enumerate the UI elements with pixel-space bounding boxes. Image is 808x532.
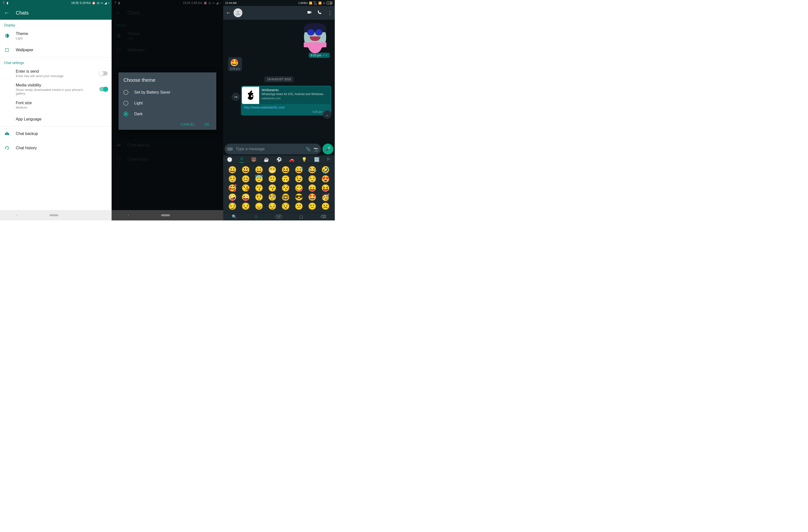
emoji-item[interactable]: 😗 <box>255 184 263 192</box>
emoji-item[interactable]: 😏 <box>228 202 237 210</box>
forward-icon[interactable]: ↪ <box>232 93 240 101</box>
system-nav-bar: ‹ <box>0 210 112 220</box>
radio-dark[interactable]: Dark <box>124 109 212 120</box>
emoji-item[interactable]: 😊 <box>241 175 250 183</box>
emoji-item[interactable]: 😃 <box>241 166 250 174</box>
emoji-item[interactable]: 🙃 <box>281 175 290 183</box>
emoji-item[interactable]: 😕 <box>295 202 303 210</box>
emoji-item[interactable]: 🥰 <box>228 184 237 192</box>
link-preview[interactable]: WABetaInfo WhatsApp news for iOS, Androi… <box>242 87 330 104</box>
cancel-button[interactable]: CANCEL <box>181 123 195 126</box>
app-language-row[interactable]: App Language <box>0 112 112 126</box>
emoji-item[interactable]: 😟 <box>281 202 290 210</box>
food-tab-icon[interactable]: ☕ <box>263 157 269 162</box>
emoji-mode-icon[interactable]: ☺ <box>254 214 258 219</box>
keyboard-icon[interactable]: ⌨ <box>227 147 233 151</box>
recent-tab-icon[interactable]: 🕐 <box>227 157 232 162</box>
emoji-item[interactable]: 😌 <box>308 175 316 183</box>
incoming-message[interactable]: 🤩 6:09 pm <box>228 57 242 71</box>
emoji-item[interactable]: 😇 <box>255 175 263 183</box>
attach-icon[interactable]: 📎 <box>306 147 311 151</box>
nav-home-pill[interactable] <box>50 214 58 216</box>
emoji-item[interactable]: 😞 <box>255 202 263 210</box>
emoji-item[interactable]: 😉 <box>295 175 303 183</box>
radio-icon <box>124 90 128 95</box>
chat-app-bar: ← ⋮ <box>223 6 335 20</box>
emoji-item[interactable]: 😁 <box>268 166 277 174</box>
travel-tab-icon[interactable]: 🚗 <box>289 157 294 162</box>
link-url[interactable]: http://www.wabetainfo.com <box>242 104 330 110</box>
emoji-item[interactable]: 😒 <box>241 202 250 210</box>
ok-button[interactable]: OK <box>204 123 209 126</box>
emoji-item[interactable]: 🤪 <box>228 193 237 201</box>
font-size-row[interactable]: Font size Medium <box>0 98 112 112</box>
emoji-item[interactable]: 🧐 <box>268 193 277 201</box>
smileys-tab-icon[interactable]: ☺ <box>239 156 244 163</box>
nav-back-icon[interactable]: ‹ <box>16 213 17 218</box>
emoji-item[interactable]: 😄 <box>255 166 263 174</box>
nav-home-pill[interactable] <box>161 214 170 216</box>
emoji-item[interactable]: 😜 <box>241 193 250 201</box>
emoji-item[interactable]: 😝 <box>321 184 330 192</box>
dialog-title: Choose theme <box>124 77 212 83</box>
backspace-icon[interactable]: ⌫ <box>320 214 326 219</box>
emoji-item[interactable]: 🙂 <box>268 175 277 183</box>
outgoing-sticker-message[interactable]: 6:03 pm✓✓ <box>300 22 330 58</box>
message-input[interactable]: ⌨ Type a message 📎 📷 <box>225 144 321 154</box>
enter-send-toggle[interactable] <box>99 71 108 76</box>
emoji-item[interactable]: 😂 <box>308 166 316 174</box>
chat-backup-row[interactable]: Chat backup <box>0 127 112 141</box>
emoji-item[interactable]: 😋 <box>295 184 303 192</box>
symbols-tab-icon[interactable]: 🔣 <box>314 157 319 162</box>
emoji-item[interactable]: 😀 <box>228 166 237 174</box>
animals-tab-icon[interactable]: 🐻 <box>251 157 256 162</box>
enter-send-row[interactable]: Enter is send Enter key will send your m… <box>0 66 112 80</box>
emoji-item[interactable]: 😙 <box>268 184 277 192</box>
emoji-item[interactable]: 😆 <box>281 166 290 174</box>
emoji-item[interactable]: 😔 <box>268 202 277 210</box>
nav-back-icon[interactable]: ‹ <box>128 213 129 218</box>
chat-history-title: Chat history <box>16 146 108 150</box>
emoji-item[interactable]: 😎 <box>295 193 303 201</box>
back-icon[interactable]: ← <box>226 10 231 16</box>
search-icon[interactable]: 🔍 <box>232 214 237 219</box>
emoji-item[interactable]: 😅 <box>295 166 303 174</box>
emoji-item[interactable]: ☺️ <box>228 175 237 183</box>
emoji-item[interactable]: 😚 <box>281 184 290 192</box>
activity-tab-icon[interactable]: ⚽ <box>276 157 282 162</box>
wallpaper-row[interactable]: Wallpaper <box>0 43 112 57</box>
contact-avatar[interactable] <box>234 8 242 17</box>
media-visibility-row[interactable]: Media visibility Show newly downloaded m… <box>0 80 112 98</box>
voice-record-button[interactable]: 🎤 <box>323 144 333 154</box>
battery-icon: 21▮ <box>326 1 333 4</box>
chat-history-row[interactable]: Chat history <box>0 141 112 155</box>
gif-mode-icon[interactable]: GIF <box>275 215 282 218</box>
emoji-item[interactable]: 🤨 <box>255 193 263 201</box>
voice-call-icon[interactable] <box>317 10 322 16</box>
more-icon[interactable]: ⋮ <box>327 10 332 16</box>
video-call-icon[interactable] <box>307 10 312 16</box>
history-icon <box>4 145 10 151</box>
emoji-item[interactable]: 😍 <box>321 175 330 183</box>
radio-light[interactable]: Light <box>124 98 212 109</box>
emoji-item[interactable]: 🤣 <box>321 166 330 174</box>
objects-tab-icon[interactable]: 💡 <box>301 157 307 162</box>
camera-icon[interactable]: 📷 <box>314 147 318 151</box>
sticker-mode-icon[interactable]: ▢ <box>299 214 303 219</box>
emoji-item[interactable]: 🤓 <box>281 193 290 201</box>
emoji-item[interactable]: 😛 <box>308 184 316 192</box>
back-icon[interactable] <box>4 10 10 16</box>
scroll-down-button[interactable]: ⌄ <box>323 110 331 119</box>
outgoing-link-message[interactable]: WABetaInfo WhatsApp news for iOS, Androi… <box>241 86 331 115</box>
emoji-item[interactable]: 🙁 <box>308 202 316 210</box>
emoji-item[interactable]: 🤩 <box>308 193 316 201</box>
flags-tab-icon[interactable]: 🏳 <box>327 157 331 162</box>
radio-battery-saver[interactable]: Set by Battery Saver <box>124 87 212 98</box>
emoji-item[interactable]: 😘 <box>241 184 250 192</box>
message-time: 6:03 pm✓✓ <box>309 53 330 58</box>
theme-row[interactable]: Theme Light <box>0 29 112 43</box>
emoji-item[interactable]: 🥳 <box>321 193 330 201</box>
media-vis-toggle[interactable] <box>99 87 108 91</box>
chat-body[interactable]: 6:03 pm✓✓ 🤩 6:09 pm 16 AUGUST 2019 ↪ WAB… <box>223 20 335 155</box>
emoji-item[interactable]: ☹️ <box>321 202 330 210</box>
